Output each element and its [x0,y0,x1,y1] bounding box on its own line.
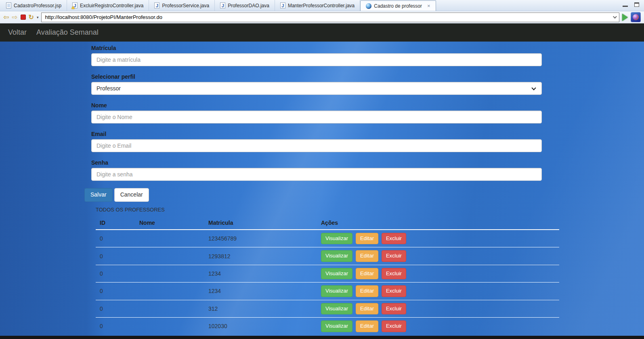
field-group-matricula: Matrícula [91,45,542,66]
cell-id: 0 [96,318,135,335]
cell-matricula: 102030 [204,318,317,335]
tab-label: ExcluirRegistroController.java [80,3,143,8]
globe-icon [366,3,371,9]
cell-nome [135,318,204,335]
nome-input[interactable] [91,111,542,123]
matricula-input[interactable] [91,53,542,66]
field-group-email: Email [91,131,542,152]
perfil-select-wrap: Professor [91,82,542,95]
cancel-button[interactable]: Cancelar [114,188,149,202]
perfil-label: Selecionar perfil [91,73,542,80]
url-field-wrap [41,13,619,22]
tab-cadastroprofessor-jsp[interactable]: CadastroProfessor.jsp [1,0,67,11]
excluir-button[interactable]: Excluir [382,233,406,244]
tab-label: Cadastro de professor [374,3,422,9]
nav-link-avaliacao-semanal[interactable]: Avaliação Semanal [34,28,101,37]
java-file-icon [72,2,78,8]
close-tab-icon[interactable]: × [427,3,430,8]
header-id: ID [96,216,135,230]
cell-id: 0 [96,247,135,265]
form-buttons: Salvar Cancelar [84,188,644,202]
professor-form: Matrícula Selecionar perfil Professor No… [91,42,542,181]
nav-link-voltar[interactable]: Voltar [5,28,29,37]
java-file-icon [280,2,285,8]
professors-table: ID Nome Matricula Ações 0 123456789 Visu… [96,216,559,335]
go-button-icon[interactable] [622,14,628,21]
editar-button[interactable]: Editar [356,268,378,279]
tab-manterprofessorcontroller-java[interactable]: ManterProfessorController.java [275,0,360,11]
visualizar-button[interactable]: Visualizar [321,268,352,279]
cell-nome [135,230,204,247]
tab-professorservice-java[interactable]: ProfessorService.java [149,0,215,11]
cell-matricula: 312 [204,300,317,317]
restore-button[interactable] [634,2,639,7]
cell-nome [135,265,204,282]
cell-acoes: Visualizar Editar Excluir [317,247,559,265]
url-input[interactable] [41,13,619,22]
cell-matricula: 1293812 [204,247,317,265]
editar-button[interactable]: Editar [356,233,378,244]
excluir-button[interactable]: Excluir [382,268,406,279]
visualizar-button[interactable]: Visualizar [321,233,352,244]
editar-button[interactable]: Editar [356,320,378,332]
senha-label: Senha [91,159,542,166]
field-group-senha: Senha [91,159,542,181]
tab-label: ManterProfessorController.java [288,3,355,8]
professors-caption: TODOS OS PROFESSORES [96,207,559,213]
stop-icon[interactable] [21,15,26,20]
perfil-select[interactable]: Professor [91,82,542,95]
editar-button[interactable]: Editar [356,303,378,314]
minimize-button[interactable] [623,6,628,7]
toolbar-dropdown-caret-icon[interactable]: ▾ [37,15,39,19]
tab-excluirregistrocontroller-java[interactable]: ExcluirRegistroController.java [67,0,149,11]
editor-tab-bar: CadastroProfessor.jsp ExcluirRegistroCon… [0,0,644,11]
editar-button[interactable]: Editar [356,285,378,297]
email-field[interactable] [91,139,542,152]
window-controls [623,2,639,7]
java-file-icon [220,2,225,8]
excluir-button[interactable]: Excluir [382,320,406,332]
java-file-icon [154,2,159,8]
excluir-button[interactable]: Excluir [382,303,406,314]
visualizar-button[interactable]: Visualizar [321,250,352,262]
cell-nome [135,282,204,300]
excluir-button[interactable]: Excluir [382,285,406,297]
save-button[interactable]: Salvar [84,188,113,202]
jsp-file-icon [6,2,11,8]
table-row: 0 123456789 Visualizar Editar Excluir [96,230,559,247]
eclipse-window: CadastroProfessor.jsp ExcluirRegistroCon… [0,0,644,339]
cell-acoes: Visualizar Editar Excluir [317,230,559,247]
back-icon[interactable]: ⇦ [3,14,9,21]
web-browser-app-icon[interactable] [631,12,641,22]
table-row: 0 102030 Visualizar Editar Excluir [96,318,559,335]
cell-acoes: Visualizar Editar Excluir [317,265,559,282]
tab-professordao-java[interactable]: ProfessorDAO.java [215,0,275,11]
cell-matricula: 1234 [204,265,317,282]
cell-matricula: 1234 [204,282,317,300]
table-row: 0 1234 Visualizar Editar Excluir [96,282,559,300]
page-navbar: Voltar Avaliação Semanal [0,23,644,42]
excluir-button[interactable]: Excluir [382,250,406,262]
forward-icon[interactable]: ⇨ [12,14,17,21]
cell-matricula: 123456789 [204,230,317,247]
visualizar-button[interactable]: Visualizar [321,303,352,314]
header-matricula: Matricula [204,216,317,230]
cell-acoes: Visualizar Editar Excluir [317,282,559,300]
senha-input[interactable] [91,168,542,181]
field-group-perfil: Selecionar perfil Professor [91,73,542,95]
cell-nome [135,247,204,265]
visualizar-button[interactable]: Visualizar [321,320,352,332]
visualizar-button[interactable]: Visualizar [321,285,352,297]
table-row: 0 1293812 Visualizar Editar Excluir [96,247,559,265]
table-row: 0 1234 Visualizar Editar Excluir [96,265,559,282]
cell-nome [135,300,204,317]
cell-id: 0 [96,230,135,247]
editar-button[interactable]: Editar [356,250,378,262]
nome-label: Nome [91,102,542,109]
header-acoes: Ações [317,216,559,230]
table-header-row: ID Nome Matricula Ações [96,216,559,230]
tab-cadastro-de-professor[interactable]: Cadastro de professor × [360,0,436,11]
cell-id: 0 [96,300,135,317]
cell-id: 0 [96,265,135,282]
refresh-icon[interactable]: ↻ [29,14,34,21]
